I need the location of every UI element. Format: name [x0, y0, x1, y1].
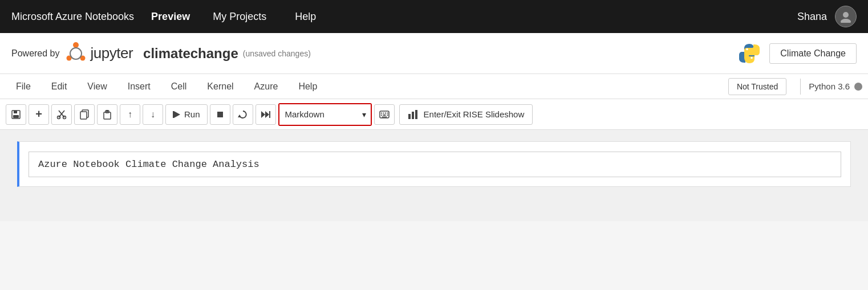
unsaved-changes-label: (unsaved changes) — [243, 49, 311, 58]
menu-kernel[interactable]: Kernel — [197, 76, 244, 97]
copy-button[interactable] — [74, 104, 95, 125]
cell-input-area: Azure Notebook Climate Change Analysis — [19, 142, 850, 186]
python-version-label: Python 3.6 — [809, 81, 850, 91]
svg-point-5 — [70, 48, 82, 59]
up-arrow-icon: ↑ — [128, 109, 132, 120]
svg-rect-10 — [13, 115, 19, 118]
top-nav: Microsoft Azure Notebooks Preview My Pro… — [0, 0, 868, 33]
svg-rect-28 — [381, 112, 382, 113]
svg-rect-38 — [415, 110, 417, 119]
plus-icon: + — [35, 108, 42, 121]
menu-insert[interactable]: Insert — [117, 76, 161, 97]
menu-file[interactable]: File — [6, 76, 41, 97]
svg-rect-36 — [408, 114, 411, 119]
menu-cell[interactable]: Cell — [161, 76, 197, 97]
menu-items: File Edit View Insert Cell Kernel Azure … — [6, 76, 728, 97]
paste-icon — [102, 109, 112, 120]
user-name: Shana — [797, 11, 827, 23]
top-nav-left: Microsoft Azure Notebooks Preview My Pro… — [11, 11, 797, 23]
cell-content[interactable]: Azure Notebook Climate Change Analysis — [29, 152, 841, 177]
svg-marker-23 — [238, 115, 241, 117]
rise-label: Enter/Exit RISE Slideshow — [424, 109, 525, 119]
svg-rect-33 — [383, 115, 386, 116]
svg-rect-22 — [217, 112, 223, 117]
bar-chart-icon — [408, 109, 419, 120]
top-nav-right: Shana — [797, 6, 857, 27]
svg-rect-29 — [383, 112, 384, 113]
svg-marker-25 — [265, 111, 269, 118]
svg-rect-34 — [387, 115, 388, 116]
not-trusted-button[interactable]: Not Trusted — [728, 78, 786, 95]
keyboard-shortcuts-button[interactable] — [374, 104, 395, 125]
cell-type-select[interactable]: Markdown Code Raw NBConvert Heading — [279, 104, 371, 125]
toolbar: + ↑ ↓ Run — [0, 99, 868, 130]
user-icon — [839, 10, 852, 23]
python-version: Python 3.6 — [809, 81, 862, 91]
svg-rect-32 — [381, 115, 382, 116]
notebook-cell: Azure Notebook Climate Change Analysis — [17, 141, 851, 187]
paste-button[interactable] — [97, 104, 117, 125]
svg-point-0 — [843, 12, 849, 18]
svg-rect-17 — [104, 112, 111, 119]
menu-bar: File Edit View Insert Cell Kernel Azure … — [0, 74, 868, 99]
svg-rect-19 — [106, 110, 108, 112]
svg-rect-37 — [412, 112, 414, 119]
powered-by-label: Powered by — [11, 48, 60, 59]
menu-separator — [800, 79, 801, 95]
svg-rect-35 — [382, 116, 387, 117]
run-icon — [173, 111, 181, 119]
svg-rect-9 — [14, 111, 17, 113]
down-arrow-icon: ↓ — [151, 109, 155, 120]
keyboard-icon — [379, 111, 390, 119]
move-up-button[interactable]: ↑ — [120, 104, 140, 125]
fast-forward-button[interactable] — [255, 104, 276, 125]
move-down-button[interactable]: ↓ — [143, 104, 163, 125]
save-button[interactable] — [6, 104, 26, 125]
stop-icon — [216, 111, 224, 119]
svg-rect-30 — [385, 112, 386, 113]
jupyter-text: jupyter — [91, 44, 133, 62]
menu-edit[interactable]: Edit — [41, 76, 78, 97]
copy-icon — [79, 109, 90, 120]
brand-title: Microsoft Azure Notebooks — [11, 11, 134, 23]
menu-azure[interactable]: Azure — [244, 76, 289, 97]
help-link[interactable]: Help — [289, 11, 322, 23]
sub-header: Powered by jupyter climatechange (unsave… — [0, 33, 868, 74]
save-icon — [11, 109, 21, 120]
svg-point-7 — [751, 56, 753, 59]
menu-bar-right: Not Trusted Python 3.6 — [728, 78, 862, 95]
svg-rect-31 — [387, 112, 388, 113]
svg-marker-20 — [174, 111, 180, 118]
add-cell-button[interactable]: + — [29, 104, 49, 125]
notebook-title: climatechange — [143, 46, 238, 62]
cut-icon — [56, 109, 67, 120]
svg-point-6 — [746, 48, 748, 50]
sub-header-right: Climate Change — [737, 42, 857, 66]
preview-label: Preview — [151, 11, 190, 23]
kernel-status-dot — [854, 83, 862, 91]
user-avatar[interactable] — [835, 6, 857, 27]
jupyter-icon — [64, 42, 87, 65]
cell-type-dropdown-wrapper: Markdown Code Raw NBConvert Heading ▾ — [278, 103, 372, 126]
svg-point-2 — [73, 42, 79, 48]
svg-rect-16 — [80, 112, 87, 119]
cut-button[interactable] — [51, 104, 72, 125]
restart-icon — [238, 109, 248, 120]
restart-button[interactable] — [233, 104, 253, 125]
notebook-area: Azure Notebook Climate Change Analysis — [0, 130, 868, 221]
stop-button[interactable] — [210, 104, 230, 125]
kernel-button[interactable]: Climate Change — [769, 43, 857, 64]
fast-forward-icon — [261, 109, 271, 120]
menu-help[interactable]: Help — [288, 76, 327, 97]
svg-point-1 — [841, 19, 851, 23]
run-label: Run — [184, 109, 200, 119]
my-projects-link[interactable]: My Projects — [207, 11, 272, 23]
rise-slideshow-button[interactable]: Enter/Exit RISE Slideshow — [399, 104, 533, 125]
menu-view[interactable]: View — [77, 76, 117, 97]
run-button[interactable]: Run — [165, 104, 208, 125]
svg-marker-24 — [261, 111, 265, 118]
python-logo-icon — [737, 42, 761, 66]
jupyter-logo: jupyter — [64, 42, 133, 65]
